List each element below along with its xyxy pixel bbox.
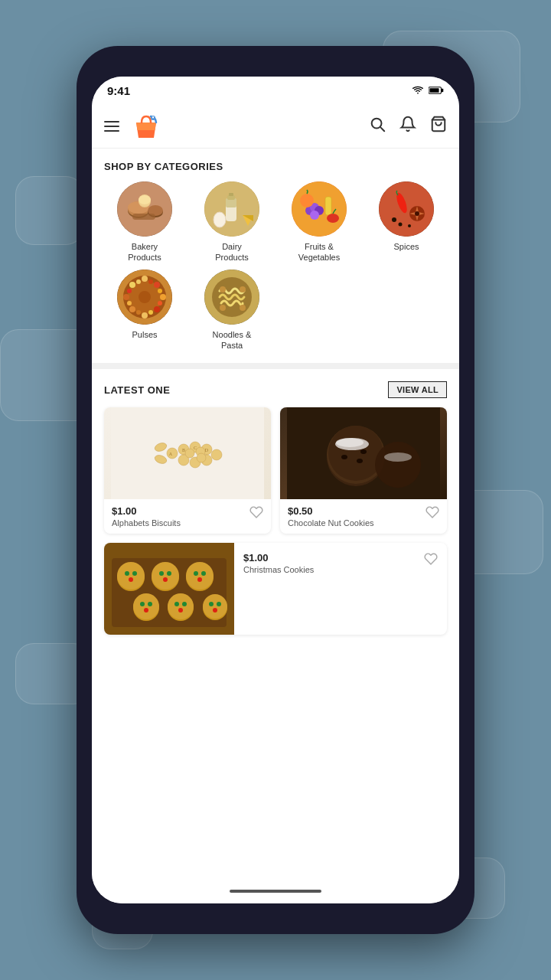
svg-point-119 (148, 602, 152, 606)
menu-button[interactable] (104, 121, 119, 132)
phone-frame: 9:41 (77, 46, 474, 934)
svg-point-122 (168, 593, 194, 619)
svg-point-93 (336, 438, 364, 447)
christmas-wishlist-button[interactable] (424, 552, 438, 569)
pulses-label: Pulses (132, 329, 157, 340)
product-christmas-cookies[interactable]: $1.00 Christmas Cookies (104, 543, 447, 635)
svg-point-48 (154, 282, 160, 288)
svg-rect-2 (429, 88, 439, 93)
svg-point-50 (154, 306, 160, 312)
product-alphabets-biscuits[interactable]: A B C D $1.00 Alphabets Biscuits (104, 407, 271, 534)
svg-point-102 (117, 562, 145, 590)
svg-text:D: D (205, 448, 209, 452)
svg-point-108 (159, 571, 164, 576)
wifi-icon (412, 85, 424, 96)
fruits-image (292, 181, 347, 237)
svg-point-110 (163, 577, 168, 582)
cart-button[interactable] (430, 116, 447, 136)
dairy-label: Dairy Products (215, 241, 248, 263)
view-all-button[interactable]: VIEW ALL (388, 381, 447, 398)
biscuits-wishlist-button[interactable] (249, 505, 263, 522)
svg-point-49 (160, 294, 166, 300)
categories-section: SHOP BY CATEGORIES (92, 149, 459, 363)
svg-point-34 (300, 194, 314, 207)
spices-image (379, 181, 434, 237)
svg-point-67 (240, 286, 246, 292)
svg-text:B: B (182, 448, 185, 452)
svg-point-96 (341, 455, 347, 459)
svg-point-61 (127, 289, 132, 293)
svg-point-69 (240, 305, 246, 311)
svg-point-123 (174, 602, 179, 606)
svg-point-51 (142, 312, 148, 318)
header-left (104, 110, 162, 142)
bakery-label: Bakery Products (128, 241, 161, 263)
bakery-image (117, 181, 172, 237)
categories-grid: Bakery Products (92, 181, 459, 363)
svg-point-94 (375, 442, 421, 488)
svg-point-57 (158, 301, 162, 305)
svg-point-75 (211, 449, 222, 460)
svg-point-124 (182, 602, 187, 606)
svg-line-6 (380, 127, 384, 131)
svg-point-115 (197, 577, 202, 582)
svg-text:A: A (169, 452, 173, 456)
fruits-label: Fruits & Vegetables (298, 241, 340, 263)
christmas-details: $1.00 Christmas Cookies (243, 552, 314, 574)
svg-text:C: C (194, 446, 197, 450)
svg-point-68 (220, 305, 226, 311)
christmas-info: $1.00 Christmas Cookies (234, 543, 447, 635)
biscuits-image: A B C D (104, 407, 271, 499)
biscuits-price: $1.00 (112, 505, 181, 517)
cookies-info: $0.50 Chocolate Nut Cookies (280, 499, 447, 534)
product-chocolate-cookies[interactable]: $0.50 Chocolate Nut Cookies (280, 407, 447, 534)
svg-point-125 (178, 608, 183, 612)
spices-label: Spices (393, 241, 419, 252)
biscuits-info: $1.00 Alphabets Biscuits (104, 499, 271, 534)
cookies-image (280, 407, 447, 499)
svg-rect-22 (229, 193, 233, 196)
category-dairy[interactable]: Dairy Products (191, 181, 272, 263)
svg-point-56 (158, 289, 162, 293)
category-fruits[interactable]: Fruits & Vegetables (279, 181, 360, 263)
notification-button[interactable] (399, 116, 416, 136)
svg-point-63 (139, 291, 151, 303)
latest-header: LATEST ONE VIEW ALL (92, 369, 459, 407)
cookies-name: Chocolate Nut Cookies (288, 518, 374, 528)
category-bakery[interactable]: Bakery Products (104, 181, 185, 263)
category-spices[interactable]: Spices (366, 181, 447, 263)
svg-point-98 (360, 449, 367, 454)
svg-point-112 (186, 562, 214, 590)
svg-point-81 (197, 453, 206, 462)
category-pulses[interactable]: Pulses (104, 270, 185, 351)
svg-point-117 (133, 593, 159, 619)
svg-point-55 (148, 279, 153, 284)
category-noodles[interactable]: Noodles & Pasta (191, 270, 272, 351)
section-divider (92, 363, 459, 369)
noodles-label: Noodles & Pasta (213, 329, 252, 351)
svg-rect-32 (325, 197, 331, 215)
svg-point-31 (310, 211, 319, 220)
cookies-details: $0.50 Chocolate Nut Cookies (288, 505, 374, 528)
status-bar: 9:41 (92, 77, 459, 104)
svg-point-53 (123, 294, 129, 300)
main-content: SHOP BY CATEGORIES (92, 149, 459, 885)
svg-point-95 (384, 452, 412, 462)
biscuits-name: Alphabets Biscuits (112, 518, 181, 528)
svg-point-109 (167, 571, 171, 576)
svg-point-118 (140, 602, 145, 606)
svg-point-105 (129, 577, 133, 582)
search-button[interactable] (369, 116, 386, 136)
cookies-wishlist-button[interactable] (425, 505, 439, 522)
dairy-image (204, 181, 259, 237)
svg-point-113 (194, 571, 198, 576)
svg-rect-14 (132, 214, 155, 220)
svg-point-43 (408, 224, 411, 227)
header-right (369, 116, 447, 136)
christmas-price: $1.00 (243, 552, 314, 564)
svg-point-128 (209, 602, 214, 606)
svg-point-17 (139, 195, 151, 204)
pulses-image (117, 270, 172, 325)
cookies-price: $0.50 (288, 505, 374, 517)
svg-point-127 (203, 594, 227, 619)
